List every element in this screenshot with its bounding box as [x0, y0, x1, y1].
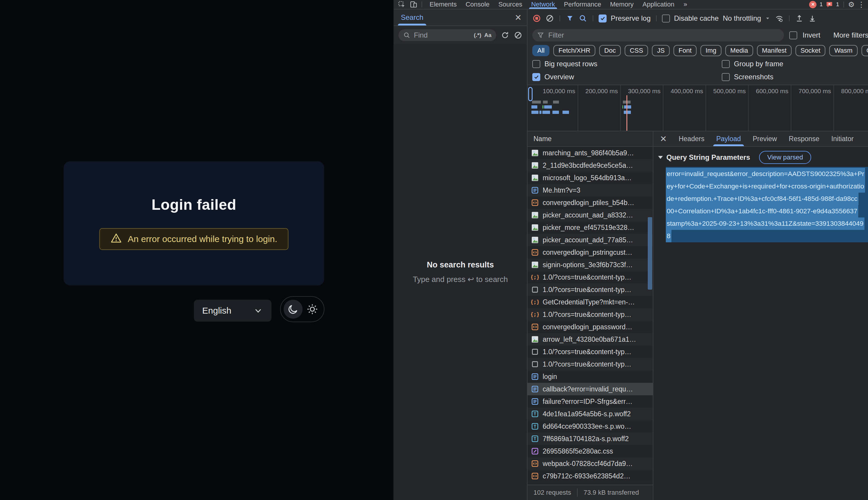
filter-chip-manifest[interactable]: Manifest	[757, 45, 792, 56]
request-row[interactable]: 2_11d9e3bcdfede9ce5ce5a…	[527, 159, 653, 172]
details-tab-payload[interactable]: Payload	[716, 132, 741, 146]
request-row[interactable]: T4de1fea1a954a5b6-s.p.woff2	[527, 408, 653, 420]
clear-search-icon[interactable]	[514, 31, 522, 39]
request-row[interactable]: 26955865f5e280ac.css	[527, 445, 653, 457]
language-select[interactable]: English	[194, 300, 271, 321]
tab-search[interactable]: Search	[399, 10, 425, 25]
checkbox-big-request-rows[interactable]	[532, 60, 540, 68]
invert-checkbox[interactable]	[789, 31, 797, 39]
refresh-icon[interactable]	[501, 31, 509, 39]
request-row[interactable]: picker_more_ef457519e328…	[527, 221, 653, 234]
match-case-toggle[interactable]: Aa	[484, 32, 491, 38]
requests-scrollbar-thumb[interactable]	[648, 217, 652, 289]
details-tab-response[interactable]: Response	[789, 132, 820, 146]
light-mode-button[interactable]	[304, 300, 321, 318]
request-name: GetCredentialType?mkt=en-…	[543, 298, 635, 306]
view-parsed-button[interactable]: View parsed	[759, 151, 811, 164]
checkbox-overview[interactable]	[532, 73, 540, 81]
request-row[interactable]: {;}1.0/?cors=true&content-typ…	[527, 271, 653, 283]
devtools-tab-sources[interactable]: Sources	[494, 0, 527, 9]
checkbox-group-by-frame[interactable]	[722, 60, 730, 68]
request-row[interactable]: 1.0/?cors=true&content-typ…	[527, 283, 653, 296]
inspect-element-icon[interactable]	[397, 0, 407, 9]
caret-down-icon	[658, 156, 663, 159]
name-column-header[interactable]: Name	[527, 132, 653, 147]
filter-chip-js[interactable]: JS	[652, 45, 670, 56]
request-row[interactable]: T7ff6869a1704182a-s.p.woff2	[527, 433, 653, 445]
export-har-icon[interactable]	[808, 14, 817, 23]
filter-toggle-icon[interactable]	[566, 14, 574, 23]
theme-toggle[interactable]	[280, 296, 324, 322]
timeline-selection-handle[interactable]	[528, 87, 533, 101]
regex-toggle[interactable]: (.*)	[474, 32, 481, 38]
moon-icon	[288, 304, 299, 315]
request-row[interactable]: Me.htm?v=3	[527, 184, 653, 196]
request-row[interactable]: 1.0/?cors=true&content-typ…	[527, 358, 653, 371]
filter-chip-media[interactable]: Media	[725, 45, 753, 56]
filter-inputbox[interactable]	[532, 29, 784, 42]
request-row[interactable]: webpack-07828ccf46d7da9…	[527, 457, 653, 470]
filter-chip-font[interactable]: Font	[674, 45, 697, 56]
filter-input[interactable]	[548, 31, 779, 39]
details-tab-preview[interactable]: Preview	[753, 132, 777, 146]
devtools-tab-network[interactable]: Network	[527, 0, 559, 9]
request-row[interactable]: T6d664cce900333ee-s.p.wo…	[527, 420, 653, 433]
issues-badge-icon[interactable]	[826, 1, 833, 8]
device-toolbar-icon[interactable]	[409, 0, 419, 9]
filter-chip-socket[interactable]: Socket	[795, 45, 825, 56]
filter-chip-img[interactable]: Img	[700, 45, 722, 56]
query-string-raw-text[interactable]: error=invalid_request&error_description=…	[666, 167, 868, 242]
devtools-tab-console[interactable]: Console	[461, 0, 494, 9]
filter-chip-wasm[interactable]: Wasm	[829, 45, 858, 56]
close-search-icon[interactable]: ✕	[515, 13, 522, 22]
checkbox-screenshots[interactable]	[722, 73, 730, 81]
timeline-activity-bar	[624, 105, 631, 109]
request-row[interactable]: convergedlogin_ppassword…	[527, 321, 653, 333]
more-tabs-button[interactable]: »	[681, 1, 690, 8]
network-overview-timeline[interactable]: 100,000 ms200,000 ms300,000 ms400,000 ms…	[527, 85, 868, 132]
request-row[interactable]: 1.0/?cors=true&content-typ…	[527, 345, 653, 358]
devtools-tab-elements[interactable]: Elements	[425, 0, 461, 9]
devtools-tab-performance[interactable]: Performance	[559, 0, 606, 9]
devtools-tab-application[interactable]: Application	[638, 0, 679, 9]
import-har-icon[interactable]	[795, 14, 804, 23]
request-row[interactable]: callback?error=invalid_requ…	[527, 383, 653, 395]
details-tab-headers[interactable]: Headers	[679, 132, 704, 146]
request-row[interactable]: microsoft_logo_564db913a…	[527, 172, 653, 184]
request-row[interactable]: c79b712c-6933e623854d2…	[527, 470, 653, 482]
clear-network-log-icon[interactable]	[545, 14, 554, 23]
request-row[interactable]: convergedlogin_ptiles_b54b…	[527, 196, 653, 209]
preserve-log-checkbox[interactable]	[599, 14, 607, 22]
more-filters-button[interactable]: More filters	[833, 31, 868, 39]
record-network-log-icon[interactable]	[532, 14, 541, 23]
request-row[interactable]: failure?error=IDP-Sfrgs&err…	[527, 395, 653, 408]
request-row[interactable]: {;}GetCredentialType?mkt=en-…	[527, 296, 653, 308]
kebab-menu-icon[interactable]: ⋮	[858, 1, 865, 8]
close-details-icon[interactable]: ✕	[660, 134, 667, 144]
find-input[interactable]	[413, 31, 471, 39]
find-inputbox[interactable]: (.*) Aa	[399, 29, 496, 41]
request-row[interactable]: arrow_left_43280e0ba671a1…	[527, 333, 653, 345]
settings-gear-icon[interactable]: ⚙	[848, 1, 855, 8]
disable-cache-checkbox[interactable]	[662, 14, 670, 22]
throttling-select[interactable]: No throttling	[723, 14, 770, 22]
request-row[interactable]: picker_account_add_77a85…	[527, 234, 653, 246]
request-row[interactable]: signin-options_3e3f6b73c3f…	[527, 259, 653, 271]
request-row[interactable]: convergedlogin_pstringcust…	[527, 246, 653, 259]
filter-chip-doc[interactable]: Doc	[599, 45, 621, 56]
error-badge-icon[interactable]: ✕	[809, 1, 816, 8]
request-row[interactable]: marching_ants_986f40b5a9…	[527, 147, 653, 159]
details-tab-initiator[interactable]: Initiator	[831, 132, 854, 146]
devtools-tab-memory[interactable]: Memory	[606, 0, 638, 9]
query-string-section-toggle[interactable]: Query String Parameters	[658, 153, 750, 161]
filter-chip-css[interactable]: CSS	[625, 45, 648, 56]
filter-chip-all[interactable]: All	[532, 45, 549, 56]
search-network-icon[interactable]	[578, 14, 587, 23]
request-row[interactable]: picker_account_aad_a8332…	[527, 209, 653, 221]
dark-mode-button[interactable]	[283, 300, 302, 319]
filter-chip-fetch-xhr[interactable]: Fetch/XHR	[553, 45, 596, 56]
network-conditions-icon[interactable]	[775, 14, 783, 23]
request-row[interactable]: login	[527, 371, 653, 383]
request-row[interactable]: {;}1.0/?cors=true&content-typ…	[527, 308, 653, 321]
filter-chip-other[interactable]: Other	[861, 45, 868, 56]
